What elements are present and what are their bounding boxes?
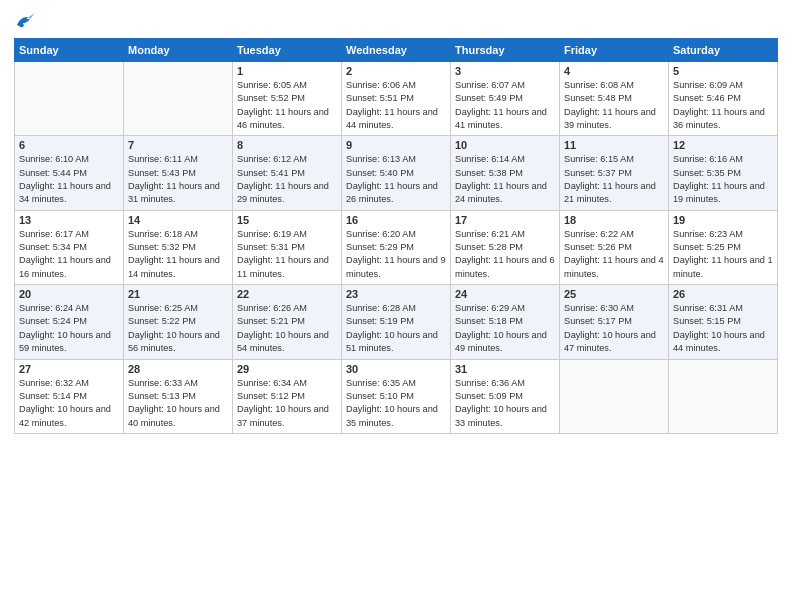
day-number: 5 (673, 65, 773, 77)
day-number: 7 (128, 139, 228, 151)
day-info: Sunrise: 6:06 AM Sunset: 5:51 PM Dayligh… (346, 79, 446, 132)
day-number: 17 (455, 214, 555, 226)
day-of-week-header: Monday (124, 39, 233, 62)
calendar-cell: 25Sunrise: 6:30 AM Sunset: 5:17 PM Dayli… (560, 285, 669, 359)
day-info: Sunrise: 6:26 AM Sunset: 5:21 PM Dayligh… (237, 302, 337, 355)
calendar-cell: 19Sunrise: 6:23 AM Sunset: 5:25 PM Dayli… (669, 210, 778, 284)
calendar-cell: 13Sunrise: 6:17 AM Sunset: 5:34 PM Dayli… (15, 210, 124, 284)
day-info: Sunrise: 6:33 AM Sunset: 5:13 PM Dayligh… (128, 377, 228, 430)
calendar-cell: 20Sunrise: 6:24 AM Sunset: 5:24 PM Dayli… (15, 285, 124, 359)
calendar-cell: 29Sunrise: 6:34 AM Sunset: 5:12 PM Dayli… (233, 359, 342, 433)
day-info: Sunrise: 6:18 AM Sunset: 5:32 PM Dayligh… (128, 228, 228, 281)
day-info: Sunrise: 6:09 AM Sunset: 5:46 PM Dayligh… (673, 79, 773, 132)
day-of-week-header: Thursday (451, 39, 560, 62)
day-info: Sunrise: 6:31 AM Sunset: 5:15 PM Dayligh… (673, 302, 773, 355)
day-number: 12 (673, 139, 773, 151)
day-info: Sunrise: 6:34 AM Sunset: 5:12 PM Dayligh… (237, 377, 337, 430)
calendar-cell (15, 62, 124, 136)
calendar-cell: 27Sunrise: 6:32 AM Sunset: 5:14 PM Dayli… (15, 359, 124, 433)
calendar-cell: 3Sunrise: 6:07 AM Sunset: 5:49 PM Daylig… (451, 62, 560, 136)
calendar-cell: 6Sunrise: 6:10 AM Sunset: 5:44 PM Daylig… (15, 136, 124, 210)
day-number: 25 (564, 288, 664, 300)
calendar-cell: 8Sunrise: 6:12 AM Sunset: 5:41 PM Daylig… (233, 136, 342, 210)
day-of-week-header: Tuesday (233, 39, 342, 62)
day-info: Sunrise: 6:12 AM Sunset: 5:41 PM Dayligh… (237, 153, 337, 206)
calendar-cell: 5Sunrise: 6:09 AM Sunset: 5:46 PM Daylig… (669, 62, 778, 136)
calendar-cell: 16Sunrise: 6:20 AM Sunset: 5:29 PM Dayli… (342, 210, 451, 284)
day-number: 28 (128, 363, 228, 375)
calendar-cell: 10Sunrise: 6:14 AM Sunset: 5:38 PM Dayli… (451, 136, 560, 210)
calendar-cell: 15Sunrise: 6:19 AM Sunset: 5:31 PM Dayli… (233, 210, 342, 284)
day-info: Sunrise: 6:15 AM Sunset: 5:37 PM Dayligh… (564, 153, 664, 206)
day-number: 21 (128, 288, 228, 300)
day-number: 9 (346, 139, 446, 151)
day-info: Sunrise: 6:23 AM Sunset: 5:25 PM Dayligh… (673, 228, 773, 281)
day-info: Sunrise: 6:22 AM Sunset: 5:26 PM Dayligh… (564, 228, 664, 281)
calendar-cell: 17Sunrise: 6:21 AM Sunset: 5:28 PM Dayli… (451, 210, 560, 284)
day-number: 10 (455, 139, 555, 151)
day-of-week-header: Saturday (669, 39, 778, 62)
day-info: Sunrise: 6:32 AM Sunset: 5:14 PM Dayligh… (19, 377, 119, 430)
calendar-cell (669, 359, 778, 433)
day-number: 20 (19, 288, 119, 300)
day-info: Sunrise: 6:21 AM Sunset: 5:28 PM Dayligh… (455, 228, 555, 281)
day-info: Sunrise: 6:25 AM Sunset: 5:22 PM Dayligh… (128, 302, 228, 355)
calendar-cell: 2Sunrise: 6:06 AM Sunset: 5:51 PM Daylig… (342, 62, 451, 136)
day-info: Sunrise: 6:11 AM Sunset: 5:43 PM Dayligh… (128, 153, 228, 206)
day-number: 3 (455, 65, 555, 77)
day-number: 31 (455, 363, 555, 375)
day-number: 6 (19, 139, 119, 151)
day-number: 15 (237, 214, 337, 226)
day-number: 24 (455, 288, 555, 300)
calendar-cell: 11Sunrise: 6:15 AM Sunset: 5:37 PM Dayli… (560, 136, 669, 210)
day-number: 1 (237, 65, 337, 77)
calendar-cell: 9Sunrise: 6:13 AM Sunset: 5:40 PM Daylig… (342, 136, 451, 210)
day-number: 22 (237, 288, 337, 300)
day-number: 26 (673, 288, 773, 300)
page: SundayMondayTuesdayWednesdayThursdayFrid… (0, 0, 792, 612)
calendar-cell: 18Sunrise: 6:22 AM Sunset: 5:26 PM Dayli… (560, 210, 669, 284)
day-info: Sunrise: 6:10 AM Sunset: 5:44 PM Dayligh… (19, 153, 119, 206)
calendar-cell (124, 62, 233, 136)
day-info: Sunrise: 6:20 AM Sunset: 5:29 PM Dayligh… (346, 228, 446, 281)
day-number: 8 (237, 139, 337, 151)
day-number: 14 (128, 214, 228, 226)
day-info: Sunrise: 6:17 AM Sunset: 5:34 PM Dayligh… (19, 228, 119, 281)
day-info: Sunrise: 6:05 AM Sunset: 5:52 PM Dayligh… (237, 79, 337, 132)
day-info: Sunrise: 6:07 AM Sunset: 5:49 PM Dayligh… (455, 79, 555, 132)
day-info: Sunrise: 6:24 AM Sunset: 5:24 PM Dayligh… (19, 302, 119, 355)
day-info: Sunrise: 6:19 AM Sunset: 5:31 PM Dayligh… (237, 228, 337, 281)
calendar-cell (560, 359, 669, 433)
day-info: Sunrise: 6:13 AM Sunset: 5:40 PM Dayligh… (346, 153, 446, 206)
calendar-header-row: SundayMondayTuesdayWednesdayThursdayFrid… (15, 39, 778, 62)
calendar-cell: 1Sunrise: 6:05 AM Sunset: 5:52 PM Daylig… (233, 62, 342, 136)
calendar-cell: 31Sunrise: 6:36 AM Sunset: 5:09 PM Dayli… (451, 359, 560, 433)
calendar-week-row: 13Sunrise: 6:17 AM Sunset: 5:34 PM Dayli… (15, 210, 778, 284)
day-of-week-header: Sunday (15, 39, 124, 62)
day-number: 16 (346, 214, 446, 226)
calendar-cell: 7Sunrise: 6:11 AM Sunset: 5:43 PM Daylig… (124, 136, 233, 210)
calendar-cell: 12Sunrise: 6:16 AM Sunset: 5:35 PM Dayli… (669, 136, 778, 210)
calendar-cell: 30Sunrise: 6:35 AM Sunset: 5:10 PM Dayli… (342, 359, 451, 433)
calendar-cell: 24Sunrise: 6:29 AM Sunset: 5:18 PM Dayli… (451, 285, 560, 359)
day-number: 30 (346, 363, 446, 375)
day-number: 29 (237, 363, 337, 375)
day-info: Sunrise: 6:29 AM Sunset: 5:18 PM Dayligh… (455, 302, 555, 355)
day-info: Sunrise: 6:14 AM Sunset: 5:38 PM Dayligh… (455, 153, 555, 206)
day-number: 19 (673, 214, 773, 226)
header (14, 10, 778, 32)
day-info: Sunrise: 6:30 AM Sunset: 5:17 PM Dayligh… (564, 302, 664, 355)
logo-bird-icon (14, 10, 36, 32)
day-info: Sunrise: 6:35 AM Sunset: 5:10 PM Dayligh… (346, 377, 446, 430)
calendar-cell: 22Sunrise: 6:26 AM Sunset: 5:21 PM Dayli… (233, 285, 342, 359)
calendar-week-row: 27Sunrise: 6:32 AM Sunset: 5:14 PM Dayli… (15, 359, 778, 433)
calendar-week-row: 1Sunrise: 6:05 AM Sunset: 5:52 PM Daylig… (15, 62, 778, 136)
day-number: 27 (19, 363, 119, 375)
day-info: Sunrise: 6:36 AM Sunset: 5:09 PM Dayligh… (455, 377, 555, 430)
calendar-cell: 23Sunrise: 6:28 AM Sunset: 5:19 PM Dayli… (342, 285, 451, 359)
day-of-week-header: Friday (560, 39, 669, 62)
day-number: 4 (564, 65, 664, 77)
day-of-week-header: Wednesday (342, 39, 451, 62)
day-info: Sunrise: 6:28 AM Sunset: 5:19 PM Dayligh… (346, 302, 446, 355)
calendar-cell: 4Sunrise: 6:08 AM Sunset: 5:48 PM Daylig… (560, 62, 669, 136)
